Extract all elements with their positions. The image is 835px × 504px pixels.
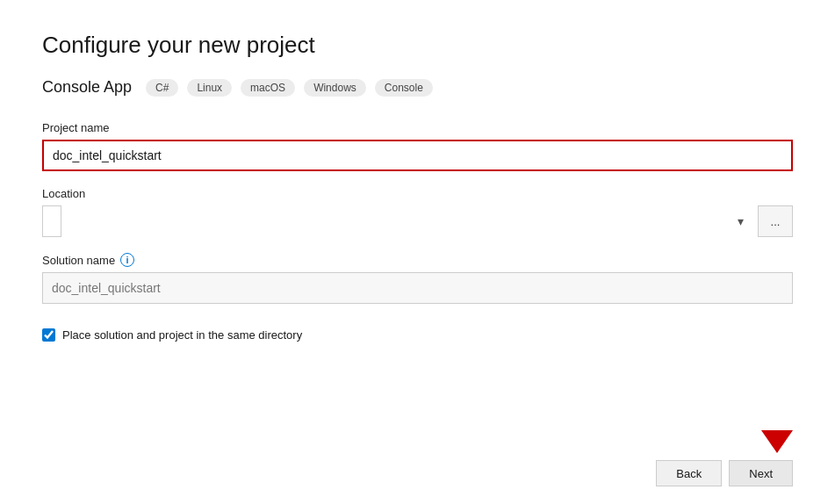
project-name-input[interactable] (42, 140, 793, 171)
browse-button[interactable]: ... (758, 205, 793, 237)
tag-windows: Windows (304, 79, 366, 97)
tag-linux: Linux (187, 79, 232, 97)
page-title: Configure your new project (42, 32, 793, 59)
info-icon[interactable]: i (120, 253, 134, 267)
arrow-down-icon (761, 430, 793, 453)
footer: Back Next (656, 460, 793, 486)
location-select[interactable] (42, 205, 61, 237)
solution-name-label: Solution name i (42, 253, 793, 267)
solution-name-group: Solution name i (42, 253, 793, 304)
same-directory-label[interactable]: Place solution and project in the same d… (62, 328, 302, 342)
arrow-hint (761, 430, 793, 453)
tag-macos: macOS (241, 79, 295, 97)
solution-name-input[interactable] (42, 272, 793, 304)
tag-csharp: C# (146, 79, 178, 97)
same-directory-checkbox[interactable] (42, 328, 55, 342)
main-container: Configure your new project Console App C… (0, 0, 835, 504)
project-name-label: Project name (42, 121, 793, 134)
location-row: ... (42, 205, 793, 237)
checkbox-row: Place solution and project in the same d… (42, 328, 793, 342)
location-select-wrapper (42, 205, 752, 237)
next-button[interactable]: Next (729, 460, 793, 486)
app-type-label: Console App (42, 78, 132, 97)
location-group: Location ... (42, 187, 793, 237)
back-button[interactable]: Back (656, 460, 722, 486)
project-name-group: Project name (42, 121, 793, 171)
tag-console: Console (375, 79, 433, 97)
app-type-row: Console App C# Linux macOS Windows Conso… (42, 78, 793, 97)
location-label: Location (42, 187, 793, 200)
